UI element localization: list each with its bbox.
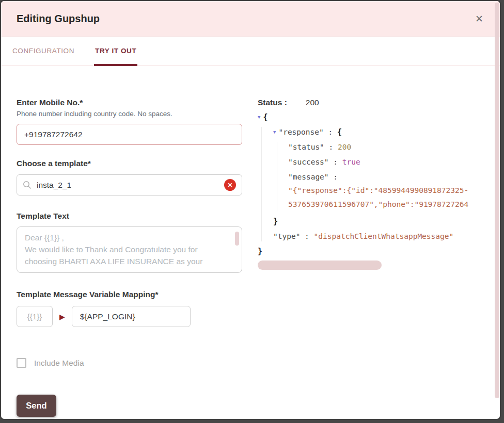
variable-mapping-row: {{1}} ▶ (17, 306, 242, 327)
json-key: "type" (273, 232, 300, 240)
tab-bar: CONFIGURATION TRY IT OUT (1, 37, 500, 66)
json-key: "message" (288, 173, 329, 181)
textarea-scrollbar[interactable] (235, 232, 239, 246)
search-icon (23, 181, 32, 191)
variable-mapping-label: Template Message Variable Mapping* (17, 290, 242, 299)
json-response-viewer: ▼{ ▼"response" : { "status" : 200 "succe… (258, 112, 487, 270)
json-key: "status" (288, 143, 324, 151)
include-media-label: Include Media (34, 359, 84, 368)
json-row-message: "message" : "{"response":{"id":"48599449… (288, 172, 487, 212)
json-value: "dispatchClientWhatsappMessage" (314, 232, 454, 240)
mapping-value-input[interactable] (72, 306, 191, 327)
json-root-close: } (258, 246, 487, 256)
template-text-area[interactable]: Dear {{1}} , We would like to Thank and … (17, 226, 242, 273)
json-row-status: "status" : 200 (288, 142, 487, 152)
edit-gupshup-modal: Editing Gupshup ✕ CONFIGURATION TRY IT O… (0, 0, 501, 420)
template-text-label: Template Text (17, 212, 242, 221)
json-colon: : (329, 158, 342, 166)
modal-content: Enter Mobile No.* Phone number including… (1, 66, 500, 417)
include-media-checkbox[interactable] (17, 358, 26, 368)
status-value: 200 (306, 98, 319, 107)
template-search-input[interactable] (17, 174, 242, 196)
response-panel: Status : 200 ▼{ ▼"response" : { "status" (258, 98, 487, 417)
clear-template-icon[interactable]: ✕ (224, 179, 236, 191)
json-open-brace: { (337, 127, 342, 137)
collapse-icon[interactable]: ▼ (273, 127, 276, 137)
template-label: Choose a template* (17, 159, 242, 168)
collapse-icon[interactable]: ▼ (258, 112, 260, 122)
json-close-brace-row: } (273, 216, 487, 226)
modal-title: Editing Gupshup (17, 13, 100, 25)
json-horizontal-scrollbar[interactable] (258, 261, 382, 270)
try-it-out-form: Enter Mobile No.* Phone number including… (17, 98, 242, 417)
json-colon: : (324, 143, 338, 151)
json-key: "success" (288, 158, 329, 166)
tab-configuration[interactable]: CONFIGURATION (11, 37, 75, 66)
mapping-arrow-icon: ▶ (59, 313, 65, 321)
modal-header: Editing Gupshup ✕ (1, 1, 500, 37)
include-media-row: Include Media (17, 358, 242, 368)
json-colon: : (324, 128, 337, 136)
status-label: Status : (258, 98, 287, 107)
json-value: 200 (338, 143, 351, 151)
json-open-brace: { (263, 112, 267, 122)
mobile-number-label: Enter Mobile No.* (17, 98, 242, 107)
mobile-number-helper: Phone number including country code. No … (17, 110, 242, 118)
json-value: true (342, 158, 360, 166)
status-row: Status : 200 (258, 98, 487, 107)
json-root-open: ▼{ (258, 112, 487, 122)
json-level-1: ▼"response" : { "status" : 200 "success"… (261, 127, 487, 241)
json-colon: : (300, 232, 313, 240)
json-key: "response" (278, 128, 323, 136)
page-background: Editing Gupshup ✕ CONFIGURATION TRY IT O… (0, 0, 504, 423)
close-icon[interactable]: ✕ (475, 14, 483, 24)
json-row-success: "success" : true (288, 157, 487, 167)
mapping-variable-box: {{1}} (17, 306, 53, 327)
json-close-brace: } (258, 247, 262, 256)
template-text-value: Dear {{1}} , We would like to Thank and … (25, 232, 228, 267)
json-close-brace: } (273, 217, 278, 226)
tab-try-it-out[interactable]: TRY IT OUT (94, 37, 137, 66)
json-row-type: "type" : "dispatchClientWhatsappMessage" (273, 231, 487, 241)
template-search-box: ✕ (17, 174, 242, 196)
send-button[interactable]: Send (17, 395, 56, 417)
modal-vertical-scrollbar[interactable] (495, 3, 499, 398)
json-row-response: ▼"response" : { (273, 127, 487, 137)
json-colon: : (329, 173, 338, 181)
json-value: "{"response":{"id":"4859944990891872325-… (288, 184, 470, 212)
json-level-2: "status" : 200 "success" : true "message… (277, 142, 487, 212)
mobile-number-input[interactable] (17, 124, 242, 145)
